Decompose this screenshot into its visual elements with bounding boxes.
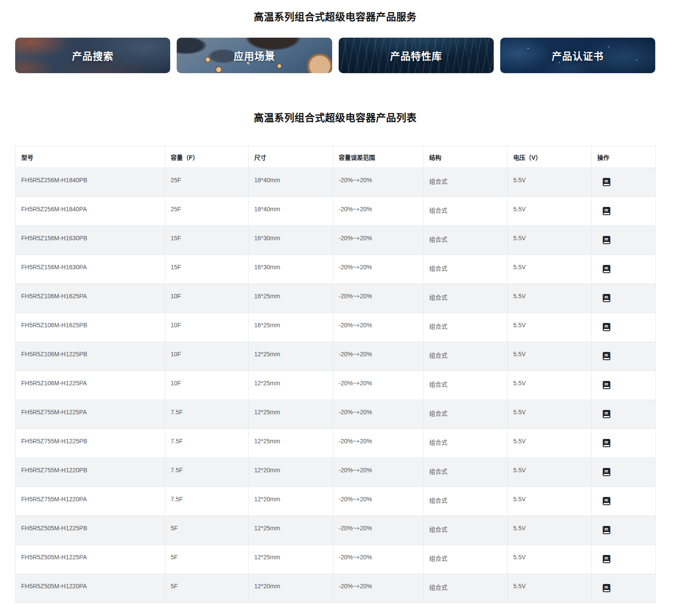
action-cell bbox=[592, 458, 656, 487]
datasheet-icon[interactable] bbox=[603, 294, 610, 302]
structure-cell: 组合式 bbox=[424, 545, 508, 574]
action-cell bbox=[592, 545, 656, 574]
action-cell bbox=[592, 342, 656, 371]
product-row: FH5R5Z505M-H1225PB5F12*25mm-20%~+20%组合式5… bbox=[16, 516, 656, 545]
voltage-cell: 5.5V bbox=[508, 313, 592, 342]
banner-product-certificates[interactable]: 产品认证书 bbox=[500, 38, 655, 73]
size-cell: 12*25mm bbox=[249, 429, 333, 458]
action-cell bbox=[592, 429, 656, 458]
banner-product-search[interactable]: 产品搜索 bbox=[15, 38, 170, 73]
column-header-voltage: 电压（V） bbox=[508, 146, 592, 168]
model-cell: FH5R5Z256M-H1840PB bbox=[16, 168, 165, 197]
action-cell bbox=[592, 255, 656, 284]
datasheet-icon[interactable] bbox=[603, 236, 610, 244]
voltage-cell: 5.5V bbox=[508, 574, 592, 603]
service-title: 高温系列组合式超级电容器产品服务 bbox=[15, 9, 655, 23]
capacity-cell: 10F bbox=[165, 342, 249, 371]
datasheet-icon[interactable] bbox=[603, 381, 610, 389]
size-cell: 12*20mm bbox=[249, 458, 333, 487]
structure-cell: 组合式 bbox=[424, 342, 508, 371]
action-cell bbox=[592, 284, 656, 313]
datasheet-icon[interactable] bbox=[603, 468, 610, 476]
datasheet-icon[interactable] bbox=[603, 178, 610, 186]
structure-cell: 组合式 bbox=[424, 400, 508, 429]
action-cell bbox=[592, 400, 656, 429]
tolerance-cell: -20%~+20% bbox=[333, 545, 424, 574]
capacity-cell: 5F bbox=[165, 574, 249, 603]
action-cell bbox=[592, 226, 656, 255]
voltage-cell: 5.5V bbox=[508, 545, 592, 574]
datasheet-icon[interactable] bbox=[603, 323, 610, 331]
product-row: FH5R5Z755M-H1225PB7.5F12*25mm-20%~+20%组合… bbox=[16, 429, 656, 458]
tolerance-cell: -20%~+20% bbox=[333, 574, 424, 603]
action-cell bbox=[592, 168, 656, 197]
tolerance-cell: -20%~+20% bbox=[333, 342, 424, 371]
voltage-cell: 5.5V bbox=[508, 168, 592, 197]
banner-product-features[interactable]: 产品特性库 bbox=[339, 38, 494, 73]
voltage-cell: 5.5V bbox=[508, 371, 592, 400]
structure-cell: 组合式 bbox=[424, 197, 508, 226]
datasheet-icon[interactable] bbox=[603, 555, 610, 563]
structure-cell: 组合式 bbox=[424, 458, 508, 487]
product-row: FH5R5Z106M-H1625PB10F16*25mm-20%~+20%组合式… bbox=[16, 313, 656, 342]
model-cell: FH5R5Z106M-H1625PB bbox=[16, 313, 165, 342]
capacity-cell: 7.5F bbox=[165, 487, 249, 516]
model-cell: FH5R5Z156M-H1630PA bbox=[16, 255, 165, 284]
datasheet-icon[interactable] bbox=[603, 352, 610, 360]
size-cell: 12*25mm bbox=[249, 516, 333, 545]
capacity-cell: 5F bbox=[165, 516, 249, 545]
product-row: FH5R5Z106M-H1625PA10F16*25mm-20%~+20%组合式… bbox=[16, 284, 656, 313]
column-header-tolerance: 容量误差范围 bbox=[333, 146, 424, 168]
structure-cell: 组合式 bbox=[424, 255, 508, 284]
capacity-cell: 15F bbox=[165, 255, 249, 284]
voltage-cell: 5.5V bbox=[508, 516, 592, 545]
page-container: 高温系列组合式超级电容器产品服务 产品搜索 应用场景 产品特性库 产品认证书 高… bbox=[15, 0, 655, 603]
size-cell: 16*25mm bbox=[249, 284, 333, 313]
voltage-cell: 5.5V bbox=[508, 458, 592, 487]
capacity-cell: 15F bbox=[165, 226, 249, 255]
structure-cell: 组合式 bbox=[424, 313, 508, 342]
list-title: 高温系列组合式超级电容器产品列表 bbox=[15, 110, 655, 124]
product-row: FH5R5Z156M-H1630PA15F16*30mm-20%~+20%组合式… bbox=[16, 255, 656, 284]
datasheet-icon[interactable] bbox=[603, 497, 610, 505]
banner-application-scenarios[interactable]: 应用场景 bbox=[177, 38, 332, 73]
capacity-cell: 10F bbox=[165, 284, 249, 313]
datasheet-icon[interactable] bbox=[603, 265, 610, 273]
tolerance-cell: -20%~+20% bbox=[333, 429, 424, 458]
voltage-cell: 5.5V bbox=[508, 197, 592, 226]
product-table: 型号容量（F）尺寸容量误差范围结构电压（V）操作 FH5R5Z256M-H184… bbox=[15, 146, 656, 603]
column-header-structure: 结构 bbox=[424, 146, 508, 168]
tolerance-cell: -20%~+20% bbox=[333, 168, 424, 197]
structure-cell: 组合式 bbox=[424, 487, 508, 516]
tolerance-cell: -20%~+20% bbox=[333, 487, 424, 516]
capacity-cell: 7.5F bbox=[165, 458, 249, 487]
product-row: FH5R5Z256M-H1840PB25F18*40mm-20%~+20%组合式… bbox=[16, 168, 656, 197]
product-row: FH5R5Z256M-H1840PA25F18*40mm-20%~+20%组合式… bbox=[16, 197, 656, 226]
capacity-cell: 5F bbox=[165, 545, 249, 574]
model-cell: FH5R5Z755M-H1225PA bbox=[16, 400, 165, 429]
model-cell: FH5R5Z106M-H1225PA bbox=[16, 371, 165, 400]
model-cell: FH5R5Z755M-H1220PB bbox=[16, 458, 165, 487]
datasheet-icon[interactable] bbox=[603, 207, 610, 215]
size-cell: 16*30mm bbox=[249, 255, 333, 284]
capacity-cell: 25F bbox=[165, 197, 249, 226]
tolerance-cell: -20%~+20% bbox=[333, 226, 424, 255]
voltage-cell: 5.5V bbox=[508, 487, 592, 516]
action-cell bbox=[592, 371, 656, 400]
product-row: FH5R5Z156M-H1630PB15F16*30mm-20%~+20%组合式… bbox=[16, 226, 656, 255]
datasheet-icon[interactable] bbox=[603, 439, 610, 447]
model-cell: FH5R5Z505M-H1225PB bbox=[16, 516, 165, 545]
model-cell: FH5R5Z755M-H1225PB bbox=[16, 429, 165, 458]
size-cell: 18*40mm bbox=[249, 168, 333, 197]
datasheet-icon[interactable] bbox=[603, 526, 610, 534]
product-row: FH5R5Z505M-H1225PA5F12*25mm-20%~+20%组合式5… bbox=[16, 545, 656, 574]
datasheet-icon[interactable] bbox=[603, 410, 610, 418]
size-cell: 12*25mm bbox=[249, 371, 333, 400]
tolerance-cell: -20%~+20% bbox=[333, 516, 424, 545]
action-cell bbox=[592, 487, 656, 516]
structure-cell: 组合式 bbox=[424, 226, 508, 255]
voltage-cell: 5.5V bbox=[508, 226, 592, 255]
product-row: FH5R5Z755M-H1225PA7.5F12*25mm-20%~+20%组合… bbox=[16, 400, 656, 429]
banner-nav: 产品搜索 应用场景 产品特性库 产品认证书 bbox=[15, 38, 655, 73]
datasheet-icon[interactable] bbox=[603, 584, 610, 592]
